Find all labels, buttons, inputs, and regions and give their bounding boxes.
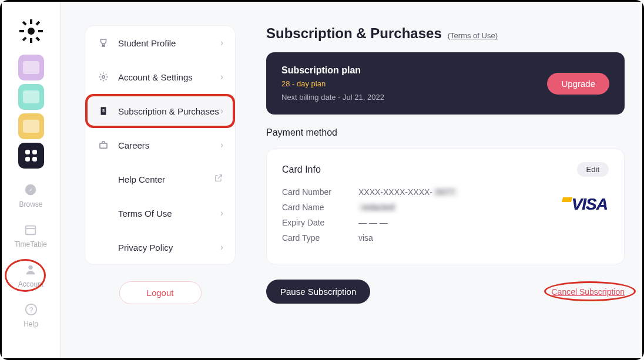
svg-rect-5 bbox=[22, 21, 26, 26]
svg-rect-1 bbox=[30, 19, 32, 24]
menu-label: Subscription & Purchases bbox=[118, 106, 220, 116]
nav-label: Browse bbox=[19, 200, 42, 208]
app-frame: Browse TimeTable Account ? Help Student … bbox=[0, 0, 644, 360]
course-tile-1[interactable] bbox=[18, 55, 44, 80]
apps-grid-icon[interactable] bbox=[18, 143, 44, 169]
help-icon: ? bbox=[24, 302, 38, 317]
settings-card: Student Profile › Account & Settings › $… bbox=[85, 25, 236, 265]
course-tile-3[interactable] bbox=[18, 113, 44, 139]
svg-point-15 bbox=[102, 76, 105, 79]
chevron-right-icon: › bbox=[220, 72, 223, 82]
svg-rect-4 bbox=[38, 30, 43, 32]
menu-privacy-policy[interactable]: Privacy Policy › bbox=[85, 230, 235, 264]
chevron-right-icon: › bbox=[220, 106, 223, 116]
menu-careers[interactable]: Careers › bbox=[85, 128, 235, 162]
chevron-right-icon: › bbox=[220, 242, 223, 253]
nav-timetable[interactable]: TimeTable bbox=[15, 223, 47, 248]
expiry-row: Expiry Date — — — bbox=[282, 218, 609, 227]
chevron-right-icon: › bbox=[220, 208, 223, 218]
card-number-label: Card Number bbox=[282, 187, 358, 197]
app-logo bbox=[19, 19, 43, 43]
menu-label: Privacy Policy bbox=[118, 243, 220, 253]
calendar-icon bbox=[24, 223, 38, 237]
user-icon bbox=[24, 263, 38, 277]
nav-label: Account bbox=[18, 280, 43, 288]
settings-column: Student Profile › Account & Settings › $… bbox=[61, 2, 243, 358]
svg-text:?: ? bbox=[29, 305, 33, 314]
card-name-row: Card Name redacted bbox=[282, 203, 609, 212]
svg-rect-7 bbox=[35, 21, 40, 26]
nav-label: Help bbox=[24, 320, 38, 328]
page-title-row: Subscription & Purchases (Terms of Use) bbox=[266, 25, 625, 42]
svg-point-0 bbox=[28, 28, 35, 35]
card-type-row: Card Type visa bbox=[282, 233, 609, 243]
plan-heading: Subscription plan bbox=[281, 65, 384, 76]
menu-terms-of-use[interactable]: Terms Of Use › bbox=[85, 196, 235, 230]
svg-point-12 bbox=[29, 265, 33, 270]
svg-rect-10 bbox=[26, 226, 36, 235]
menu-label: Help Center bbox=[118, 174, 214, 184]
menu-label: Account & Settings bbox=[118, 72, 220, 82]
terms-of-use-link[interactable]: (Terms of Use) bbox=[448, 31, 498, 40]
expiry-label: Expiry Date bbox=[282, 218, 358, 227]
menu-help-center[interactable]: Help Center bbox=[85, 162, 235, 196]
sidebar: Browse TimeTable Account ? Help bbox=[2, 2, 61, 358]
course-tile-2[interactable] bbox=[18, 84, 44, 110]
receipt-icon: $ bbox=[97, 105, 110, 117]
menu-label: Terms Of Use bbox=[118, 208, 220, 218]
card-name-label: Card Name bbox=[282, 203, 358, 212]
nav-account[interactable]: Account bbox=[18, 263, 43, 288]
trophy-icon bbox=[97, 36, 110, 49]
subscription-plan-box: Subscription plan 28 - day plan Next bil… bbox=[266, 52, 625, 115]
menu-subscription-purchases[interactable]: $ Subscription & Purchases › bbox=[85, 94, 235, 128]
bottom-actions: Pause Subscription Cancel Subscription bbox=[266, 280, 625, 304]
gear-icon bbox=[97, 70, 110, 83]
svg-rect-6 bbox=[35, 36, 40, 41]
briefcase-icon bbox=[97, 139, 110, 152]
card-info-box: Card Info Edit Card Number XXXX-XXXX-XXX… bbox=[266, 149, 625, 264]
card-name-value: redacted bbox=[358, 203, 397, 212]
payment-method-title: Payment method bbox=[266, 127, 625, 138]
upgrade-button[interactable]: Upgrade bbox=[547, 73, 609, 95]
plan-info: Subscription plan 28 - day plan Next bil… bbox=[281, 65, 384, 102]
expiry-value: — — — bbox=[358, 218, 388, 227]
visa-brand-icon: VISA bbox=[572, 195, 608, 214]
svg-rect-3 bbox=[19, 30, 24, 32]
card-header: Card Info Edit bbox=[282, 162, 609, 177]
card-type-label: Card Type bbox=[282, 233, 358, 243]
logout-button[interactable]: Logout bbox=[119, 281, 202, 304]
menu-label: Careers bbox=[118, 140, 220, 150]
compass-icon bbox=[24, 183, 38, 197]
edit-card-button[interactable]: Edit bbox=[577, 162, 609, 177]
cancel-subscription-link[interactable]: Cancel Subscription bbox=[551, 287, 625, 297]
nav-browse[interactable]: Browse bbox=[19, 183, 42, 208]
svg-rect-2 bbox=[30, 38, 32, 43]
main-content: Subscription & Purchases (Terms of Use) … bbox=[243, 2, 642, 358]
plan-name: 28 - day plan bbox=[281, 79, 384, 88]
nav-help[interactable]: ? Help bbox=[24, 302, 38, 328]
svg-rect-18 bbox=[100, 143, 107, 148]
menu-account-settings[interactable]: Account & Settings › bbox=[85, 60, 235, 94]
card-type-value: visa bbox=[358, 233, 373, 243]
pause-subscription-button[interactable]: Pause Subscription bbox=[266, 280, 370, 304]
card-number-row: Card Number XXXX-XXXX-XXXX-0077 bbox=[282, 187, 609, 197]
plan-next-billing: Next billing date - Jul 21, 2022 bbox=[281, 93, 384, 102]
menu-student-profile[interactable]: Student Profile › bbox=[85, 26, 235, 60]
page-title: Subscription & Purchases bbox=[266, 25, 442, 42]
chevron-right-icon: › bbox=[220, 140, 223, 150]
menu-label: Student Profile bbox=[118, 38, 220, 48]
svg-rect-8 bbox=[22, 36, 26, 41]
card-number-value: XXXX-XXXX-XXXX-0077 bbox=[358, 187, 458, 197]
external-link-icon bbox=[214, 173, 223, 185]
chevron-right-icon: › bbox=[220, 38, 223, 48]
nav-label: TimeTable bbox=[15, 240, 47, 248]
card-info-title: Card Info bbox=[282, 164, 321, 175]
